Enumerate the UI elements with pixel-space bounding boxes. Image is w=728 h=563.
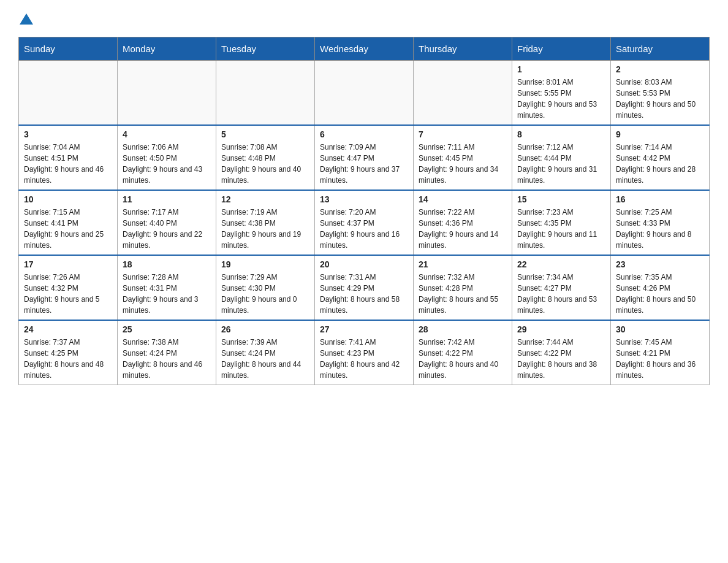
day-number: 14	[419, 194, 507, 204]
day-info: Sunrise: 7:28 AMSunset: 4:31 PMDaylight:…	[123, 272, 211, 316]
day-info: Sunrise: 7:34 AMSunset: 4:27 PMDaylight:…	[517, 272, 605, 316]
day-info: Sunrise: 7:17 AMSunset: 4:40 PMDaylight:…	[123, 207, 211, 251]
calendar-week-row: 1Sunrise: 8:01 AMSunset: 5:55 PMDaylight…	[19, 61, 710, 126]
day-number: 29	[517, 324, 605, 334]
calendar-day: 27Sunrise: 7:41 AMSunset: 4:23 PMDayligh…	[315, 320, 414, 385]
day-info: Sunrise: 8:01 AMSunset: 5:55 PMDaylight:…	[517, 77, 605, 121]
calendar-day	[216, 61, 315, 126]
day-number: 24	[24, 324, 112, 334]
day-number: 30	[616, 324, 704, 334]
calendar-day: 6Sunrise: 7:09 AMSunset: 4:47 PMDaylight…	[315, 125, 414, 190]
calendar-day: 7Sunrise: 7:11 AMSunset: 4:45 PMDaylight…	[414, 125, 512, 190]
day-info: Sunrise: 7:06 AMSunset: 4:50 PMDaylight:…	[123, 142, 211, 186]
day-number: 17	[24, 259, 112, 269]
calendar-day: 21Sunrise: 7:32 AMSunset: 4:28 PMDayligh…	[414, 255, 512, 320]
calendar-day: 11Sunrise: 7:17 AMSunset: 4:40 PMDayligh…	[118, 190, 216, 255]
day-number: 9	[616, 129, 704, 139]
calendar-header-sunday: Sunday	[19, 37, 118, 61]
calendar-week-row: 10Sunrise: 7:15 AMSunset: 4:41 PMDayligh…	[19, 190, 710, 255]
calendar-week-row: 24Sunrise: 7:37 AMSunset: 4:25 PMDayligh…	[19, 320, 710, 385]
day-info: Sunrise: 7:15 AMSunset: 4:41 PMDaylight:…	[24, 207, 112, 251]
calendar-day	[118, 61, 216, 126]
calendar-week-row: 3Sunrise: 7:04 AMSunset: 4:51 PMDaylight…	[19, 125, 710, 190]
day-info: Sunrise: 7:41 AMSunset: 4:23 PMDaylight:…	[320, 337, 408, 381]
day-info: Sunrise: 7:11 AMSunset: 4:45 PMDaylight:…	[419, 142, 507, 186]
day-info: Sunrise: 7:37 AMSunset: 4:25 PMDaylight:…	[24, 337, 112, 381]
calendar-day: 15Sunrise: 7:23 AMSunset: 4:35 PMDayligh…	[512, 190, 611, 255]
day-number: 6	[320, 129, 408, 139]
day-info: Sunrise: 7:45 AMSunset: 4:21 PMDaylight:…	[616, 337, 704, 381]
calendar-day	[19, 61, 118, 126]
logo	[18, 12, 33, 25]
day-info: Sunrise: 7:08 AMSunset: 4:48 PMDaylight:…	[221, 142, 309, 186]
day-info: Sunrise: 7:23 AMSunset: 4:35 PMDaylight:…	[517, 207, 605, 251]
day-info: Sunrise: 7:42 AMSunset: 4:22 PMDaylight:…	[419, 337, 507, 381]
day-info: Sunrise: 7:19 AMSunset: 4:38 PMDaylight:…	[221, 207, 309, 251]
calendar-header-friday: Friday	[512, 37, 611, 61]
day-number: 11	[123, 194, 211, 204]
day-number: 7	[419, 129, 507, 139]
day-number: 2	[616, 64, 704, 74]
calendar-day: 25Sunrise: 7:38 AMSunset: 4:24 PMDayligh…	[118, 320, 216, 385]
calendar-day: 23Sunrise: 7:35 AMSunset: 4:26 PMDayligh…	[611, 255, 710, 320]
day-info: Sunrise: 7:09 AMSunset: 4:47 PMDaylight:…	[320, 142, 408, 186]
calendar-day: 16Sunrise: 7:25 AMSunset: 4:33 PMDayligh…	[611, 190, 710, 255]
day-number: 26	[221, 324, 309, 334]
day-info: Sunrise: 7:29 AMSunset: 4:30 PMDaylight:…	[221, 272, 309, 316]
calendar-day: 19Sunrise: 7:29 AMSunset: 4:30 PMDayligh…	[216, 255, 315, 320]
day-number: 25	[123, 324, 211, 334]
calendar-day: 13Sunrise: 7:20 AMSunset: 4:37 PMDayligh…	[315, 190, 414, 255]
day-info: Sunrise: 7:26 AMSunset: 4:32 PMDaylight:…	[24, 272, 112, 316]
day-number: 21	[419, 259, 507, 269]
day-number: 5	[221, 129, 309, 139]
day-info: Sunrise: 7:32 AMSunset: 4:28 PMDaylight:…	[419, 272, 507, 316]
day-number: 15	[517, 194, 605, 204]
calendar-header-wednesday: Wednesday	[315, 37, 414, 61]
day-info: Sunrise: 7:39 AMSunset: 4:24 PMDaylight:…	[221, 337, 309, 381]
day-info: Sunrise: 7:31 AMSunset: 4:29 PMDaylight:…	[320, 272, 408, 316]
calendar-day: 5Sunrise: 7:08 AMSunset: 4:48 PMDaylight…	[216, 125, 315, 190]
day-number: 27	[320, 324, 408, 334]
calendar-day: 3Sunrise: 7:04 AMSunset: 4:51 PMDaylight…	[19, 125, 118, 190]
day-info: Sunrise: 7:12 AMSunset: 4:44 PMDaylight:…	[517, 142, 605, 186]
calendar-day: 12Sunrise: 7:19 AMSunset: 4:38 PMDayligh…	[216, 190, 315, 255]
day-number: 28	[419, 324, 507, 334]
day-info: Sunrise: 7:25 AMSunset: 4:33 PMDaylight:…	[616, 207, 704, 251]
day-number: 1	[517, 64, 605, 74]
calendar-day: 29Sunrise: 7:44 AMSunset: 4:22 PMDayligh…	[512, 320, 611, 385]
logo-icon	[20, 11, 33, 25]
calendar-day: 10Sunrise: 7:15 AMSunset: 4:41 PMDayligh…	[19, 190, 118, 255]
day-info: Sunrise: 7:14 AMSunset: 4:42 PMDaylight:…	[616, 142, 704, 186]
day-number: 18	[123, 259, 211, 269]
calendar-day: 2Sunrise: 8:03 AMSunset: 5:53 PMDaylight…	[611, 61, 710, 126]
calendar-day: 14Sunrise: 7:22 AMSunset: 4:36 PMDayligh…	[414, 190, 512, 255]
calendar-header-monday: Monday	[118, 37, 216, 61]
calendar-day: 1Sunrise: 8:01 AMSunset: 5:55 PMDaylight…	[512, 61, 611, 126]
calendar-day: 30Sunrise: 7:45 AMSunset: 4:21 PMDayligh…	[611, 320, 710, 385]
page-header	[18, 12, 710, 25]
calendar-header-thursday: Thursday	[414, 37, 512, 61]
svg-marker-0	[20, 13, 33, 25]
calendar-day: 26Sunrise: 7:39 AMSunset: 4:24 PMDayligh…	[216, 320, 315, 385]
calendar-day: 22Sunrise: 7:34 AMSunset: 4:27 PMDayligh…	[512, 255, 611, 320]
day-number: 10	[24, 194, 112, 204]
day-number: 8	[517, 129, 605, 139]
day-info: Sunrise: 7:38 AMSunset: 4:24 PMDaylight:…	[123, 337, 211, 381]
day-number: 13	[320, 194, 408, 204]
calendar-header-tuesday: Tuesday	[216, 37, 315, 61]
day-info: Sunrise: 7:44 AMSunset: 4:22 PMDaylight:…	[517, 337, 605, 381]
day-info: Sunrise: 8:03 AMSunset: 5:53 PMDaylight:…	[616, 77, 704, 121]
calendar-day	[414, 61, 512, 126]
day-number: 23	[616, 259, 704, 269]
calendar-header-saturday: Saturday	[611, 37, 710, 61]
day-number: 19	[221, 259, 309, 269]
day-number: 12	[221, 194, 309, 204]
calendar-day: 20Sunrise: 7:31 AMSunset: 4:29 PMDayligh…	[315, 255, 414, 320]
calendar-week-row: 17Sunrise: 7:26 AMSunset: 4:32 PMDayligh…	[19, 255, 710, 320]
calendar-day	[315, 61, 414, 126]
day-info: Sunrise: 7:35 AMSunset: 4:26 PMDaylight:…	[616, 272, 704, 316]
calendar-day: 4Sunrise: 7:06 AMSunset: 4:50 PMDaylight…	[118, 125, 216, 190]
calendar-day: 9Sunrise: 7:14 AMSunset: 4:42 PMDaylight…	[611, 125, 710, 190]
day-info: Sunrise: 7:22 AMSunset: 4:36 PMDaylight:…	[419, 207, 507, 251]
day-number: 20	[320, 259, 408, 269]
